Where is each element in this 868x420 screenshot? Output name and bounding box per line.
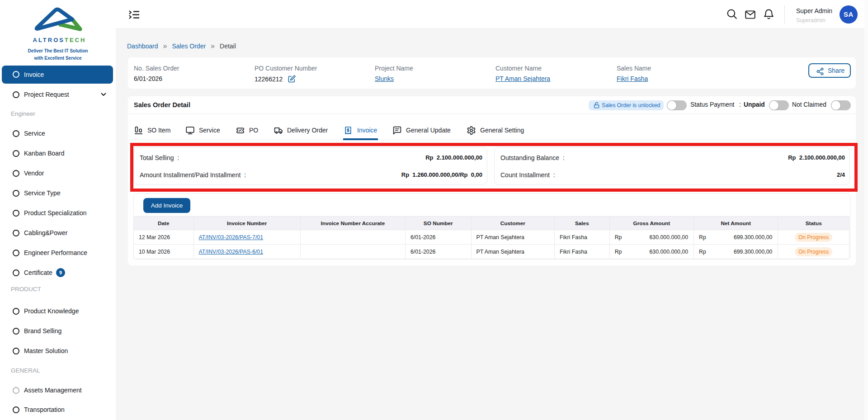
svg-text:ALTROSTECH: ALTROSTECH [33,37,86,43]
svg-text:with Excellent Service: with Excellent Service [33,56,81,61]
svg-text:Deliver The Best IT Solution: Deliver The Best IT Solution [28,48,88,53]
